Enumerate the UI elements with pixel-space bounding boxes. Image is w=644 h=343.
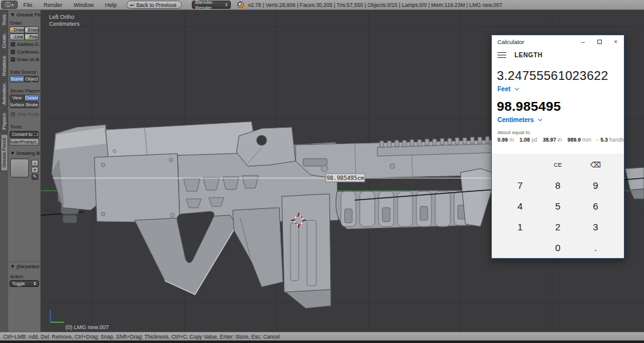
calculator-window[interactable]: Calculator – × LENGTH 3.24755561023622 F… [491, 35, 625, 259]
axis-gizmo-icon [50, 310, 64, 322]
key-backspace[interactable]: ⌫ [577, 154, 614, 175]
key-blank [501, 237, 539, 258]
panel-drawing-brush-header[interactable]: ▼ Drawing Brush [8, 149, 40, 157]
close-button[interactable]: × [608, 35, 624, 48]
blender-header: ⓘ▾ File Render Window Help ↩Back to Prev… [0, 0, 644, 10]
equivalents-row: 0.99 m 1.08 yd 38.97 in 989.9 mm 5.3 han… [492, 136, 624, 143]
key-6[interactable]: 6 [577, 196, 614, 216]
maximize-icon [597, 40, 602, 44]
key-2[interactable]: 2 [539, 216, 577, 237]
menu-file[interactable]: File [18, 2, 38, 8]
poly-icon [25, 35, 29, 39]
calculator-keypad: CE ⌫ 7 8 9 4 5 6 1 2 3 0 . [492, 154, 624, 258]
chevron-down-icon [514, 86, 519, 91]
key-0[interactable]: 0 [539, 237, 577, 258]
svg-text:98.985495cm: 98.985495cm [326, 175, 364, 181]
object-toggle[interactable]: Object [25, 76, 40, 82]
checkbox-icon [11, 42, 15, 47]
view-toggle[interactable]: View [9, 94, 25, 101]
tab-create[interactable]: Create [1, 30, 8, 52]
draw-label: Draw: [8, 19, 40, 26]
erase-button[interactable]: Erase [25, 26, 40, 33]
draw-button[interactable]: Draw [9, 26, 25, 33]
only-endpoints-checkbox[interactable]: Only Endp... [8, 110, 40, 118]
key-3[interactable]: 3 [577, 216, 614, 237]
calculator-mode-label: LENGTH [514, 52, 543, 59]
back-arrow-icon: ↩ [130, 2, 135, 8]
output-value[interactable]: 98.985495 [492, 99, 624, 114]
scene-stats: v2.78 | Verts:28,806 | Faces:30,205 | Tr… [248, 2, 502, 8]
poly-button[interactable]: Poly [25, 33, 40, 40]
brush-menu-button[interactable]: ▾ [31, 167, 38, 173]
line-button[interactable]: Line [9, 33, 25, 40]
key-5[interactable]: 5 [539, 196, 577, 216]
key-8[interactable]: 8 [539, 175, 577, 196]
scene-toggle[interactable]: Scene [9, 76, 25, 82]
brush-preview[interactable] [10, 159, 29, 177]
continuous-drawing-checkbox[interactable]: Continuou... [8, 48, 40, 55]
panel-deselect-all-header[interactable]: ▼ (De)select All [8, 261, 40, 271]
input-unit-dropdown[interactable]: Feet [492, 83, 624, 93]
draw-on-back-checkbox[interactable]: Draw on B... [8, 55, 40, 63]
key-1[interactable]: 1 [501, 216, 539, 237]
checkbox-icon [11, 57, 15, 62]
eraser-icon [25, 28, 28, 32]
editor-type-icon[interactable]: ⓘ▾ [1, 1, 18, 9]
tools-label: Tools: [8, 123, 40, 130]
spinner-icon [225, 2, 228, 8]
additive-drawing-checkbox[interactable]: Additive D... [8, 40, 40, 48]
output-unit-dropdown[interactable]: Centimeters [492, 114, 624, 123]
spinner-icon [33, 281, 36, 286]
tab-tools[interactable]: Tools [1, 11, 8, 30]
line-icon [11, 35, 14, 39]
cursor-toggle[interactable]: Cursor [25, 94, 40, 101]
stroke-placement-label: Stroke Placem... [8, 87, 40, 94]
bottom-edge [0, 340, 644, 343]
key-decimal[interactable]: . [577, 237, 614, 258]
tool-shelf: ▼ Grease Pencil Draw: Draw Erase Line Po… [8, 10, 41, 332]
render-engine-select[interactable]: Blender Render [192, 1, 231, 9]
convert-to-dropdown[interactable]: Convert to ... [9, 131, 39, 138]
about-equal-label: About equal to [492, 123, 624, 136]
key-clear-entry[interactable]: CE [539, 154, 577, 175]
menu-help[interactable]: Help [99, 2, 123, 8]
minimize-button[interactable]: – [575, 35, 591, 48]
key-9[interactable]: 9 [577, 175, 614, 196]
menu-window[interactable]: Window [68, 2, 99, 8]
stroke-toggle[interactable]: Stroke [25, 101, 40, 108]
tab-animation[interactable]: Animation [1, 80, 8, 108]
calculator-title: Calculator [497, 38, 525, 45]
menu-render[interactable]: Render [38, 2, 69, 8]
input-value[interactable]: 3.24755561023622 [492, 69, 624, 83]
calculator-titlebar[interactable]: Calculator – × [492, 35, 624, 48]
hand-icon [597, 137, 598, 143]
object-name-label: (0) LMG new.007 [65, 324, 109, 330]
tool-shelf-tabs: Tools Create Relations Animation Physics… [0, 10, 8, 332]
key-4[interactable]: 4 [501, 196, 539, 216]
tab-relations[interactable]: Relations [1, 52, 8, 79]
key-7[interactable]: 7 [501, 175, 539, 196]
spinner-icon [37, 132, 39, 137]
data-source-label: Data Source: [8, 68, 40, 76]
maximize-button[interactable] [591, 35, 608, 48]
tab-physics[interactable]: Physics [1, 110, 8, 133]
view-name-label: Left Ortho [49, 14, 74, 20]
brush-fake-user-button[interactable]: ✎ [31, 174, 38, 180]
action-dropdown[interactable]: Toggle [9, 280, 39, 287]
pencil-icon [9, 28, 13, 32]
surface-toggle[interactable]: Surface [9, 101, 25, 108]
key-blank [501, 154, 539, 175]
action-label: Action [8, 273, 23, 280]
hamburger-menu-icon[interactable] [497, 52, 506, 59]
chevron-down-icon [538, 117, 542, 121]
panel-grease-pencil-header[interactable]: ▼ Grease Pencil [8, 10, 40, 19]
ruler-protractor-button[interactable]: Ruler/Protract... [9, 138, 39, 145]
ruler-measurement-label: 98.985495cm [326, 174, 365, 182]
checkbox-icon [11, 112, 15, 116]
modal-help-bar: Ctrl+LMB: Add, Del: Remove, Ctrl+Drag: S… [0, 332, 644, 340]
add-brush-button[interactable]: + [31, 160, 38, 166]
blender-logo-icon [237, 1, 244, 8]
tab-grease-pencil[interactable]: Grease Pencil [1, 134, 8, 171]
back-to-previous-button[interactable]: ↩Back to Previous [126, 1, 182, 9]
unit-system-label: Centimeters [49, 21, 80, 27]
